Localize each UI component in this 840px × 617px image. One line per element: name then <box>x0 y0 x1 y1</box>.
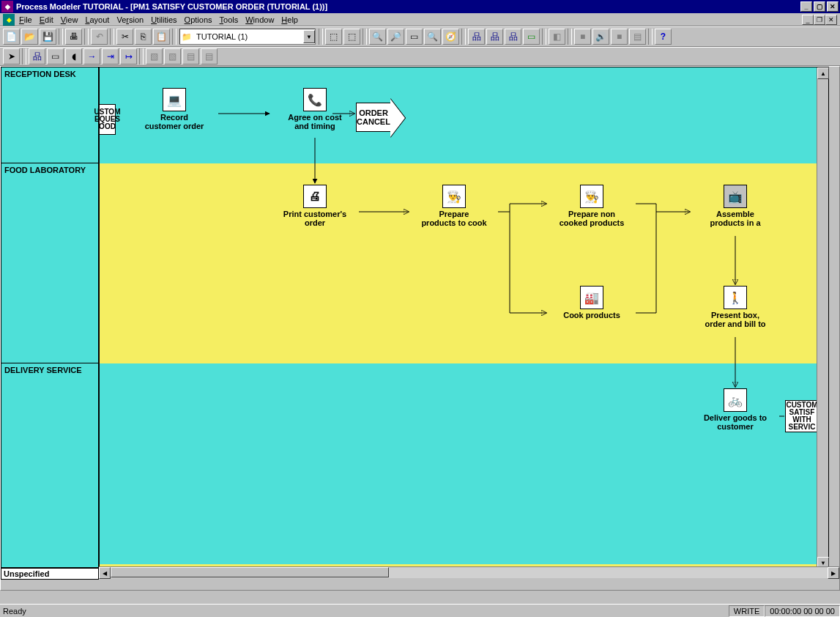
node-prepare-cook[interactable]: 👨‍🍳 Prepareproducts to cook <box>410 185 498 227</box>
menu-help[interactable]: Help <box>281 15 298 24</box>
lane-labels-column: RECEPTION DESK FOOD LABORATORY DELIVERY … <box>1 67 99 568</box>
trigger-customer-request[interactable]: USTOM EQUES OOD <box>100 104 116 135</box>
arrow-tool[interactable]: → <box>83 48 100 64</box>
scroll-right-button[interactable]: ▶ <box>828 567 839 579</box>
diagram-canvas[interactable]: USTOM EQUES OOD 💻 Recordcustomer order 📞… <box>99 67 829 568</box>
undo-button[interactable]: ↶ <box>91 29 108 45</box>
lane-unspecified[interactable]: Unspecified <box>1 568 99 580</box>
printer-icon: 🖨 <box>303 185 327 208</box>
media-b[interactable]: ■ <box>574 29 591 45</box>
node-deliver[interactable]: 🚲 Deliver goods tocustomer <box>691 388 779 431</box>
media-a[interactable]: ◧ <box>549 29 565 45</box>
combo-dropdown-button[interactable]: ▼ <box>303 30 315 43</box>
status-mode: WRITE <box>729 605 765 617</box>
node-agree-cost[interactable]: 📞 Agree on costand timing <box>271 88 359 130</box>
scroll-up-button[interactable]: ▲ <box>817 67 829 79</box>
workspace: RECEPTION DESK FOOD LABORATORY DELIVERY … <box>0 66 840 591</box>
minimize-button[interactable]: _ <box>800 1 812 12</box>
cut-button[interactable]: ✂ <box>116 29 133 45</box>
node-prepare-noncook[interactable]: 👨‍🍳 Prepare noncooked products <box>548 185 636 227</box>
lane-label-text: DELIVERY SERVICE <box>4 366 82 374</box>
node-cook[interactable]: 🏭 Cook products <box>548 286 636 319</box>
node-label: Prepareproducts to cook <box>410 210 498 227</box>
node-label: Deliver goods tocustomer <box>691 413 779 431</box>
diagram-combo[interactable]: 📁 TUTORIAL (1) ▼ <box>179 29 316 45</box>
vertical-scrollbar[interactable]: ▲ ▼ <box>817 67 828 569</box>
orgunit-tool[interactable]: 品 <box>29 48 45 64</box>
menu-options[interactable]: Options <box>185 15 212 24</box>
toolbar-shapes: ➤ 品 ▭ ◖ → ⇥ ↦ ▧ ▧ ▤ ▤ <box>0 47 840 66</box>
media-c[interactable]: 🔊 <box>592 29 609 45</box>
horizontal-scrollbar[interactable]: ◀ ▶ <box>99 566 839 578</box>
combo-icon: 📁 <box>180 30 193 43</box>
outcome-customer-satisfied[interactable]: CUSTOM SATISF WITH SERVIC <box>785 400 818 432</box>
combo-text: TUTORIAL (1) <box>193 32 303 41</box>
shape-e[interactable]: ▧ <box>146 48 163 64</box>
shape-h[interactable]: ▤ <box>201 48 218 64</box>
org-b-button[interactable]: 品 <box>486 29 503 45</box>
factory-icon: 🏭 <box>580 286 603 309</box>
menu-edit[interactable]: Edit <box>40 15 53 24</box>
trigger-text: USTOM EQUES OOD <box>94 108 121 130</box>
node-assemble[interactable]: 📺 Assembleproducts in a <box>691 185 779 227</box>
phone-icon: 📞 <box>303 88 327 111</box>
menu-tools[interactable]: Tools <box>220 15 239 24</box>
tool-a[interactable]: ⬚ <box>325 29 342 45</box>
node-record-order[interactable]: 💻 Recordcustomer order <box>130 88 218 130</box>
mdi-close-button[interactable]: ✕ <box>825 15 837 25</box>
zoom-out-button[interactable]: 🔎 <box>387 29 404 45</box>
media-e[interactable]: ▤ <box>629 29 646 45</box>
zoom-area-button[interactable]: ▭ <box>406 29 423 45</box>
print-button[interactable]: 🖶 <box>65 29 82 45</box>
media-d[interactable]: ■ <box>611 29 628 45</box>
lane-unspecified-label: Unspecified <box>4 569 49 578</box>
help-button[interactable]: ? <box>655 29 672 45</box>
org-c-button[interactable]: 品 <box>505 29 521 45</box>
menu-version[interactable]: Version <box>116 15 144 24</box>
mdi-restore-button[interactable]: ❐ <box>814 15 825 25</box>
copy-button[interactable]: ⎘ <box>135 29 152 45</box>
pointer-tool[interactable]: ➤ <box>3 48 20 64</box>
paste-button[interactable]: 📋 <box>153 29 170 45</box>
scroll-thumb[interactable] <box>111 567 389 577</box>
status-ready: Ready <box>0 607 729 616</box>
maximize-button[interactable]: ▢ <box>814 1 825 12</box>
mdi-minimize-button[interactable]: _ <box>802 15 814 25</box>
lane-label-foodlab[interactable]: FOOD LABORATORY <box>1 163 99 363</box>
zoom-fit-button[interactable]: 🔍 <box>424 29 441 45</box>
tool-b[interactable]: ⬚ <box>343 29 360 45</box>
flowout-tool[interactable]: ↦ <box>120 48 137 64</box>
menubar: ◆ File Edit View Layout Version Utilitie… <box>0 13 840 26</box>
lane-label-delivery[interactable]: DELIVERY SERVICE <box>1 363 99 568</box>
menu-layout[interactable]: Layout <box>85 15 109 24</box>
save-button[interactable]: 💾 <box>40 29 56 45</box>
menu-utilities[interactable]: Utilities <box>151 15 176 24</box>
new-button[interactable]: 📄 <box>3 29 20 45</box>
person-icon: 🚶 <box>724 286 747 309</box>
menu-window[interactable]: Window <box>245 15 274 24</box>
titlebar: ◆ Process Modeler TUTORIAL - [PM1 SATISF… <box>0 0 840 13</box>
lane-label-text: FOOD LABORATORY <box>4 166 86 174</box>
shape-f[interactable]: ▧ <box>164 48 181 64</box>
zoom-in-button[interactable]: 🔍 <box>369 29 386 45</box>
app-icon: ◆ <box>1 1 13 12</box>
close-button[interactable]: ✕ <box>827 1 839 12</box>
open-button[interactable]: 📂 <box>21 29 38 45</box>
shape-g[interactable]: ▤ <box>182 48 199 64</box>
flowin-tool[interactable]: ⇥ <box>102 48 119 64</box>
scroll-left-button[interactable]: ◀ <box>99 567 111 579</box>
org-d-button[interactable]: ▭ <box>523 29 540 45</box>
chef-icon: 👨‍🍳 <box>442 185 466 208</box>
bike-icon: 🚲 <box>724 388 747 412</box>
org-a-button[interactable]: 品 <box>468 29 485 45</box>
rect-tool[interactable]: ▭ <box>47 48 64 64</box>
round-tool[interactable]: ◖ <box>65 48 82 64</box>
nav-button[interactable]: 🧭 <box>442 29 459 45</box>
menu-view[interactable]: View <box>61 15 78 24</box>
outcome-order-cancel[interactable]: ORDERCANCEL <box>356 103 391 132</box>
node-present-box[interactable]: 🚶 Present box,order and bill to <box>691 286 779 328</box>
node-label: Cook products <box>548 311 636 319</box>
lane-label-reception[interactable]: RECEPTION DESK <box>1 67 99 163</box>
node-print-order[interactable]: 🖨 Print customer'sorder <box>271 185 359 227</box>
menu-file[interactable]: File <box>19 15 32 24</box>
